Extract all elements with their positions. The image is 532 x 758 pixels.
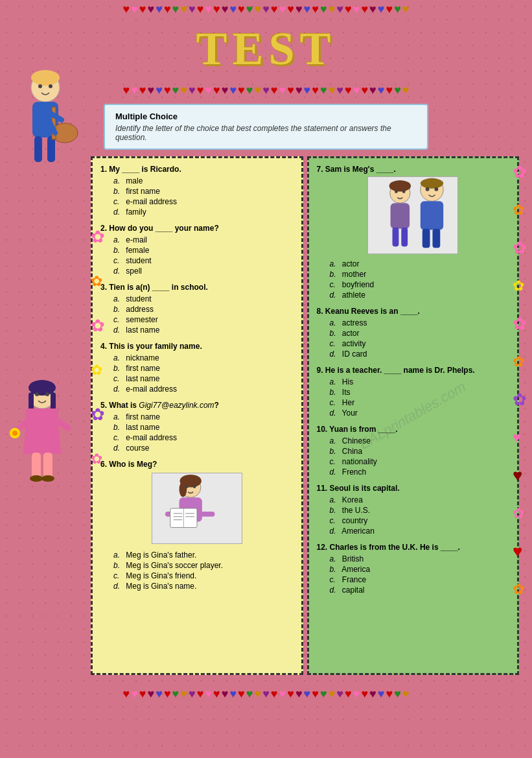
list-item: d. Meg is Gina's name. xyxy=(113,581,294,591)
flower-icon: ✿ xyxy=(91,273,105,290)
heart-icon: ♥ xyxy=(271,84,278,97)
flower-icon: ♥ xyxy=(513,429,527,446)
list-item: b. America xyxy=(330,564,510,574)
heart-icon: ♥ xyxy=(378,84,385,97)
question-8: 8. Keanu Reeves is an ____. a. actress b… xyxy=(317,307,510,359)
heart-icon: ♥ xyxy=(189,3,196,16)
question-12: 12. Charles is from the U.K. He is ____.… xyxy=(317,543,510,595)
heart-icon: ♥ xyxy=(262,84,270,97)
heart-icon: ♥ xyxy=(131,3,138,16)
flower-icon: ✿ xyxy=(91,227,105,247)
heart-icon: ♥ xyxy=(148,3,155,16)
heart-icon: ♥ xyxy=(229,84,237,97)
question-11-options: a. Korea b. the U.S. c. country d. Ameri… xyxy=(317,495,510,536)
list-item: b. China xyxy=(330,446,510,456)
svg-point-50 xyxy=(35,392,39,396)
question-2-text: 2. How do you ____ your name? xyxy=(100,224,294,233)
heart-icon: ♥ xyxy=(205,3,212,16)
flower-icon: ✿ xyxy=(513,353,527,370)
heart-icon: ♥ xyxy=(345,84,352,97)
svg-point-27 xyxy=(389,180,411,192)
question-5: 5. What is Gigi77@eazylink.com? a. first… xyxy=(100,401,294,453)
list-item: a. student xyxy=(113,294,294,304)
svg-point-25 xyxy=(192,485,196,488)
list-item: b. mother xyxy=(330,269,510,279)
question-3-options: a. student b. address c. semester d. las… xyxy=(100,294,294,335)
multiple-choice-label: Multiple Choice xyxy=(115,112,417,121)
list-item: c. Meg is Gina's friend. xyxy=(113,571,294,581)
heart-icon: ♥ xyxy=(287,84,294,97)
flower-icon: ✿ xyxy=(513,278,527,294)
list-item: a. His xyxy=(330,377,510,387)
heart-icon: ♥ xyxy=(246,84,253,97)
question-4: 4. This is your family name. a. nickname… xyxy=(100,342,294,394)
list-item: d. ID card xyxy=(330,349,510,359)
heart-icon: ♥ xyxy=(205,687,212,701)
heart-icon: ♥ xyxy=(369,84,376,97)
heart-icon: ♥ xyxy=(156,687,163,701)
heart-icon: ♥ xyxy=(320,3,327,16)
heart-icon: ♥ xyxy=(222,687,229,701)
svg-rect-37 xyxy=(433,229,441,248)
flower-icon: ✿ xyxy=(91,362,105,379)
svg-point-31 xyxy=(395,190,398,193)
heart-icon: ♥ xyxy=(336,3,343,16)
heart-icon: ♥ xyxy=(197,3,204,16)
heart-icon: ♥ xyxy=(164,687,171,701)
svg-point-39 xyxy=(435,187,439,191)
question-3: 3. Tien is a(n) ____ in school. a. stude… xyxy=(100,283,294,335)
question-12-options: a. British b. America c. France d. capit… xyxy=(317,554,510,595)
list-item: c. last name xyxy=(113,373,294,384)
heart-icon: ♥ xyxy=(402,84,410,97)
list-item: a. male xyxy=(113,176,294,186)
question-12-text: 12. Charles is from the U.K. He is ____. xyxy=(317,543,510,552)
heart-icon: ♥ xyxy=(238,3,245,16)
right-decorative-flowers: ✿ ✿ ✿ ✿ ✿ ✿ ✿ ♥ ♥ ✿ ♥ ✿ xyxy=(513,162,527,598)
heart-icon: ♥ xyxy=(139,84,146,97)
list-item: a. first name xyxy=(113,412,294,422)
heart-icon: ♥ xyxy=(378,687,385,701)
heart-icon: ♥ xyxy=(197,84,204,97)
meg-illustration xyxy=(100,473,294,546)
question-1: 1. My ____ is Ricardo. a. male b. first … xyxy=(100,165,294,217)
heart-icon: ♥ xyxy=(329,687,336,701)
heart-icon: ♥ xyxy=(287,687,294,701)
question-7-text: 7. Sam is Meg's ____. xyxy=(317,165,510,174)
heart-icon: ♥ xyxy=(378,3,385,16)
heart-icon: ♥ xyxy=(394,687,401,701)
heart-icon: ♥ xyxy=(122,84,130,97)
svg-point-49 xyxy=(41,475,54,482)
list-item: c. boyfriend xyxy=(330,279,510,290)
list-item: a. actor xyxy=(330,259,510,269)
heart-icon: ♥ xyxy=(361,3,368,16)
heart-icon: ♥ xyxy=(386,84,393,97)
heart-icon: ♥ xyxy=(180,84,187,97)
heart-icon: ♥ xyxy=(304,84,311,97)
heart-icon: ♥ xyxy=(222,3,229,16)
heart-icon: ♥ xyxy=(180,3,187,16)
question-9-options: a. His b. Its c. Her d. Your xyxy=(317,377,510,418)
heart-icon: ♥ xyxy=(122,3,130,16)
svg-point-34 xyxy=(421,178,443,189)
list-item: b. female xyxy=(113,245,294,255)
heart-icon: ♥ xyxy=(271,687,278,701)
flower-icon: ✿ xyxy=(513,314,527,334)
list-item: b. Its xyxy=(330,387,510,397)
flower-icon: ✿ xyxy=(513,202,527,219)
heart-icon: ♥ xyxy=(513,466,527,486)
list-item: a. Meg is Gina's father. xyxy=(113,550,294,560)
list-item: b. first name xyxy=(113,186,294,196)
heart-icon: ♥ xyxy=(180,687,187,701)
heart-icon: ♥ xyxy=(213,687,220,701)
question-10: 10. Yuan is from ____. a. Chinese b. Chi… xyxy=(317,425,510,477)
right-question-panel: EALprintables.com 7. Sam is Meg's ____. xyxy=(307,156,520,675)
list-item: d. last name xyxy=(113,325,294,335)
question-1-text: 1. My ____ is Ricardo. xyxy=(100,165,294,174)
heart-icon: ♥ xyxy=(386,3,393,16)
flower-icon: ✿ xyxy=(513,505,527,522)
list-item: b. last name xyxy=(113,422,294,432)
heart-icon: ♥ xyxy=(222,84,229,97)
heart-icon: ♥ xyxy=(336,687,343,701)
kid-guitar-illustration xyxy=(3,68,87,200)
heart-icon: ♥ xyxy=(238,84,245,97)
